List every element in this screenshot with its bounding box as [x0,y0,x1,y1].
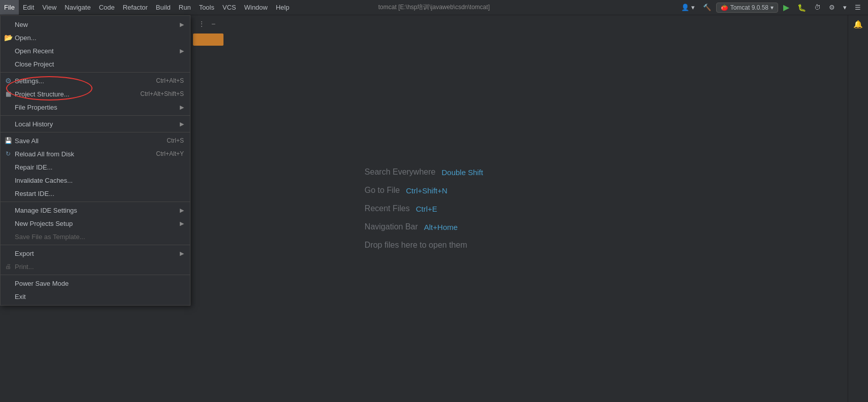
menu-item-new[interactable]: New ▶ [1,18,190,31]
menu-item-close-project-label: Close Project [15,60,54,68]
run-config-selector[interactable]: 🍅 Tomcat 9.0.58 ▾ [716,3,778,13]
menu-refactor[interactable]: Refactor [119,0,152,15]
menu-item-manage-ide-settings[interactable]: Manage IDE Settings ▶ [1,204,190,217]
menubar: File Edit View Navigate Code Refactor Bu… [0,0,868,15]
folder-icon: 📂 [4,34,13,42]
menu-navigate[interactable]: Navigate [60,0,94,15]
grid-icon: ▦ [4,90,13,97]
menu-item-settings-label: Settings... [15,77,44,85]
search-everywhere-row: Search Everywhere Double Shift [365,168,483,177]
menu-item-open-recent[interactable]: Open Recent ▶ [1,44,190,57]
window-title: tomcat [E:\hsp培训\javaweb\csdn\tomcat] [378,3,490,12]
run-config-arrow: ▾ [770,4,774,11]
run-button[interactable]: ▶ [780,2,792,13]
right-side-strip: 🔔 [848,15,868,402]
menu-item-file-properties-label: File Properties [15,104,57,111]
menu-view[interactable]: View [38,0,60,15]
separator-2 [1,115,190,116]
menu-item-power-save-label: Power Save Mode [15,280,69,287]
settings-right-button[interactable]: ☰ [852,3,864,12]
menu-item-reload-all[interactable]: ↻ Reload All from Disk Ctrl+Alt+Y [1,147,190,160]
navbar-label: Navigation Bar [365,222,418,231]
menu-item-project-structure[interactable]: ▦ Project Structure... Ctrl+Alt+Shift+S [1,87,190,100]
separator-5 [1,245,190,245]
menu-item-invalidate-caches[interactable]: Invalidate Caches... [1,174,190,187]
recent-files-row: Recent Files Ctrl+E [365,204,483,213]
navbar-row: Navigation Bar Alt+Home [365,222,483,231]
menu-item-project-structure-shortcut: Ctrl+Alt+Shift+S [130,90,184,97]
menu-item-repair-ide[interactable]: Repair IDE... [1,160,190,174]
menu-vcs[interactable]: VCS [218,0,240,15]
menu-item-settings[interactable]: ⚙ Settings... Ctrl+Alt+S [1,74,190,87]
menu-help[interactable]: Help [272,0,294,15]
recent-file-tab [193,34,223,46]
hammer-button[interactable]: 🔨 [700,3,714,12]
menu-item-save-all[interactable]: 💾 Save All Ctrl+S [1,134,190,147]
notifications-button[interactable]: 🔔 [850,17,866,31]
profile-run-button[interactable]: ⚙ [826,3,838,12]
menu-item-exit[interactable]: Exit [1,290,190,303]
separator-6 [1,275,190,275]
drop-files-label: Drop files here to open them [365,241,483,250]
welcome-content: Search Everywhere Double Shift Go to Fil… [365,168,483,250]
menu-item-file-properties[interactable]: File Properties ▶ [1,100,190,114]
menu-code[interactable]: Code [95,0,119,15]
menu-item-open-recent-arrow: ▶ [180,48,184,54]
navbar-shortcut: Alt+Home [424,223,458,231]
menu-item-restart-ide[interactable]: Restart IDE... [1,187,190,200]
coverage-button[interactable]: ⏱ [811,3,824,12]
goto-file-row: Go to File Ctrl+Shift+N [365,186,483,195]
run-config-icon: 🍅 [721,4,728,11]
goto-file-label: Go to File [365,186,400,195]
menu-run[interactable]: Run [175,0,195,15]
menu-item-print[interactable]: 🖨 Print... [1,260,190,273]
reload-icon: ↻ [4,150,13,157]
menu-item-manage-ide-settings-label: Manage IDE Settings [15,207,77,214]
menu-item-export-label: Export [15,250,34,257]
file-menu-dropdown: New ▶ 📂 Open... Open Recent ▶ Close Proj… [0,15,190,306]
menu-window[interactable]: Window [240,0,272,15]
search-everywhere-shortcut: Double Shift [441,168,483,177]
menu-item-new-arrow: ▶ [180,21,184,28]
menu-item-project-structure-label: Project Structure... [15,90,70,98]
menu-item-save-all-shortcut: Ctrl+S [156,137,184,144]
menu-item-new-projects-setup-label: New Projects Setup [15,220,73,227]
menu-item-new-projects-setup-arrow: ▶ [180,220,184,227]
goto-file-shortcut: Ctrl+Shift+N [406,186,447,195]
menu-item-save-all-label: Save All [15,137,39,145]
menu-item-exit-label: Exit [15,293,26,300]
menu-item-close-project[interactable]: Close Project [1,57,190,71]
separator-3 [1,132,190,132]
menu-edit[interactable]: Edit [19,0,38,15]
menu-item-power-save[interactable]: Power Save Mode [1,277,190,290]
menu-build[interactable]: Build [152,0,175,15]
menu-item-print-label: Print... [15,263,34,271]
menu-file[interactable]: File [0,0,19,15]
menu-item-export[interactable]: Export ▶ [1,247,190,260]
toolbar-right: 👤 ▾ 🔨 🍅 Tomcat 9.0.58 ▾ ▶ 🐛 ⏱ ⚙ ▾ ☰ [678,2,868,13]
more-run-button[interactable]: ▾ [840,3,850,12]
editor-dots-button[interactable]: ⋮ [196,19,207,29]
menu-item-repair-ide-label: Repair IDE... [15,163,52,171]
menu-item-reload-all-shortcut: Ctrl+Alt+Y [146,150,184,157]
dropdown-menu: New ▶ 📂 Open... Open Recent ▶ Close Proj… [0,15,190,306]
menu-item-local-history[interactable]: Local History ▶ [1,117,190,130]
profile-button[interactable]: 👤 ▾ [678,3,698,12]
debug-button[interactable]: 🐛 [794,3,809,13]
menu-item-local-history-label: Local History [15,120,53,128]
menu-item-reload-all-label: Reload All from Disk [15,150,74,158]
menu-item-manage-ide-settings-arrow: ▶ [180,207,184,214]
menu-item-save-file-template[interactable]: Save File as Template... [1,230,190,243]
editor-toolbar: ⋮ − [193,15,234,32]
editor-minus-button[interactable]: − [209,19,217,29]
print-icon: 🖨 [4,263,13,270]
menu-item-save-file-template-label: Save File as Template... [15,233,85,241]
separator-1 [1,72,190,73]
menu-item-restart-ide-label: Restart IDE... [15,190,54,197]
menu-item-new-projects-setup[interactable]: New Projects Setup ▶ [1,217,190,230]
menu-item-open-label: Open... [15,34,37,42]
gear-icon: ⚙ [4,77,13,85]
menu-tools[interactable]: Tools [195,0,218,15]
menu-item-open[interactable]: 📂 Open... [1,31,190,44]
menu-item-new-label: New [15,21,28,28]
